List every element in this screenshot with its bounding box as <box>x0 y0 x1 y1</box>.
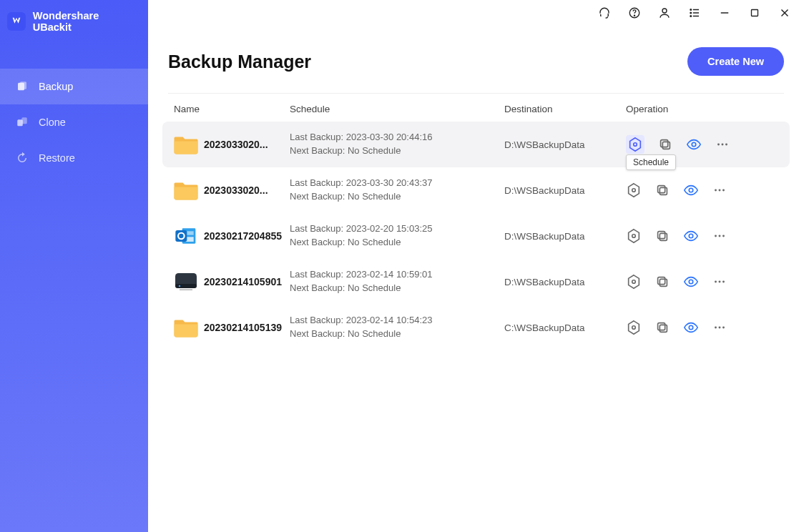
svg-point-39 <box>689 234 693 238</box>
schedule-icon[interactable] <box>626 228 642 244</box>
table-row[interactable]: 20230214105139 Last Backup: 2023-02-14 1… <box>148 305 804 350</box>
copy-icon[interactable] <box>657 137 673 152</box>
schedule-icon[interactable] <box>626 182 642 198</box>
page-title: Backup Manager <box>168 51 311 72</box>
col-header-name: Name <box>168 104 290 114</box>
svg-rect-14 <box>752 10 758 16</box>
view-icon[interactable] <box>683 274 699 290</box>
more-icon[interactable] <box>712 228 727 244</box>
next-backup: Next Backup: No Schedule <box>290 236 504 250</box>
svg-point-27 <box>689 188 693 192</box>
schedule-cell: Last Backup: 2023-02-14 10:59:01 Next Ba… <box>290 268 504 295</box>
svg-rect-38 <box>658 232 665 239</box>
more-icon[interactable] <box>712 274 727 290</box>
svg-point-11 <box>690 16 692 17</box>
backup-name: 2023033020... <box>204 139 290 150</box>
app-logo-row: Wondershare UBackit <box>0 0 148 43</box>
sidebar-item-label: Restore <box>39 152 75 164</box>
copy-icon[interactable] <box>655 182 670 198</box>
sidebar-item-restore[interactable]: Restore <box>0 140 148 176</box>
view-icon[interactable] <box>683 228 699 244</box>
schedule-icon[interactable] <box>626 274 642 290</box>
svg-point-36 <box>632 235 636 238</box>
svg-rect-26 <box>658 186 665 193</box>
svg-point-52 <box>719 281 721 283</box>
next-backup: Next Backup: No Schedule <box>290 282 504 295</box>
support-icon[interactable] <box>598 6 611 19</box>
sidebar-item-backup[interactable]: Backup <box>0 69 148 104</box>
row-type-icon <box>168 270 204 293</box>
backup-name: 2023033020... <box>204 184 290 196</box>
svg-point-57 <box>689 325 693 330</box>
destination-cell: D:\WSBackupData <box>504 231 626 242</box>
view-icon[interactable] <box>683 182 699 198</box>
destination-cell: D:\WSBackupData <box>504 139 626 150</box>
schedule-icon[interactable] <box>626 320 642 335</box>
svg-point-20 <box>692 142 696 147</box>
row-type-icon <box>168 179 204 202</box>
col-header-operation: Operation <box>626 104 784 114</box>
svg-point-5 <box>634 15 634 16</box>
row-type-icon <box>168 225 204 247</box>
more-icon[interactable] <box>715 137 730 152</box>
more-icon[interactable] <box>712 320 727 335</box>
schedule-icon[interactable] <box>626 135 644 154</box>
main-panel: Backup Manager Create New Name Schedule … <box>148 0 804 532</box>
svg-point-41 <box>719 235 721 237</box>
svg-rect-49 <box>658 277 665 285</box>
sidebar-item-label: Clone <box>39 117 66 128</box>
close-icon[interactable] <box>778 6 791 19</box>
minimize-icon[interactable] <box>718 6 731 19</box>
svg-rect-48 <box>660 279 667 286</box>
operation-cell <box>626 135 784 154</box>
copy-icon[interactable] <box>655 228 670 244</box>
table-row[interactable]: 20230214105901 Last Backup: 2023-02-14 1… <box>148 259 804 305</box>
svg-point-28 <box>715 189 717 192</box>
table-row[interactable]: 2023033020... Last Backup: 2023-03-30 20… <box>148 167 804 213</box>
schedule-cell: Last Backup: 2023-02-20 15:03:25 Next Ba… <box>290 222 504 250</box>
copy-icon[interactable] <box>655 274 670 290</box>
titlebar <box>148 0 804 26</box>
svg-point-40 <box>715 235 717 237</box>
restore-icon <box>16 152 29 164</box>
svg-point-22 <box>722 144 724 146</box>
create-new-button[interactable]: Create New <box>687 47 784 76</box>
view-icon[interactable] <box>686 137 702 152</box>
svg-point-59 <box>719 327 721 329</box>
svg-point-6 <box>662 9 667 13</box>
svg-rect-3 <box>21 117 27 124</box>
svg-point-47 <box>632 280 636 284</box>
svg-point-23 <box>725 144 727 146</box>
next-backup: Next Backup: No Schedule <box>290 327 504 341</box>
menu-list-icon[interactable] <box>688 6 701 19</box>
last-backup: Last Backup: 2023-02-14 10:59:01 <box>290 268 504 282</box>
more-icon[interactable] <box>712 182 727 198</box>
operation-cell <box>626 320 784 335</box>
maximize-icon[interactable] <box>748 6 761 19</box>
table-row[interactable]: 2023033020... Last Backup: 2023-03-30 20… <box>162 122 790 167</box>
sidebar-item-clone[interactable]: Clone <box>0 104 148 140</box>
svg-point-45 <box>179 285 180 287</box>
svg-rect-1 <box>20 82 26 89</box>
svg-rect-34 <box>175 230 187 242</box>
backup-name: 20230214105901 <box>204 276 290 287</box>
table-row[interactable]: 20230217204855 Last Backup: 2023-02-20 1… <box>148 213 804 259</box>
svg-point-42 <box>722 235 725 237</box>
svg-rect-55 <box>660 325 667 332</box>
backup-name: 20230214105139 <box>204 322 290 333</box>
help-icon[interactable] <box>628 6 641 19</box>
app-name: Wondershare UBackit <box>33 10 139 33</box>
app-logo-icon <box>7 12 26 31</box>
svg-point-54 <box>632 326 636 330</box>
svg-rect-46 <box>180 290 192 291</box>
view-icon[interactable] <box>683 320 699 335</box>
svg-point-24 <box>632 189 636 192</box>
last-backup: Last Backup: 2023-02-20 15:03:25 <box>290 222 504 236</box>
svg-rect-18 <box>662 142 670 149</box>
backup-name: 20230217204855 <box>204 230 290 242</box>
account-icon[interactable] <box>658 6 671 19</box>
svg-rect-25 <box>660 187 667 194</box>
operation-cell <box>626 274 784 290</box>
last-backup: Last Backup: 2023-03-30 20:43:37 <box>290 177 504 190</box>
copy-icon[interactable] <box>655 320 670 335</box>
